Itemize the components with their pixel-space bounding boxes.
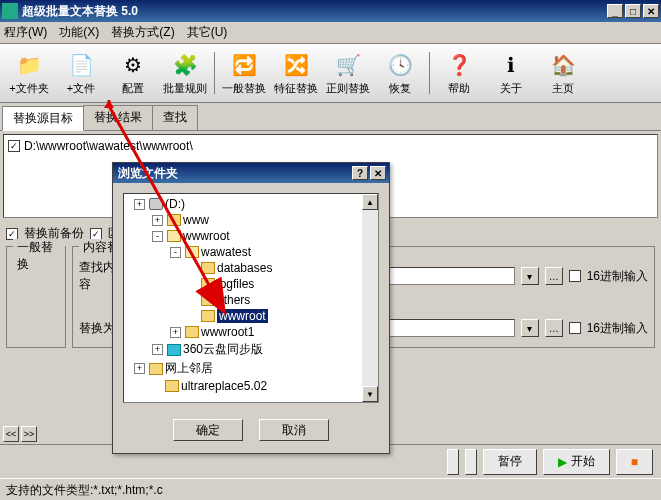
folder-icon [167, 230, 181, 242]
expand-icon[interactable]: + [152, 215, 163, 226]
tree-node[interactable]: + www [130, 212, 376, 228]
toolbar: 📁+文件夹📄+文件⚙配置🧩批量规则🔁一般替换🔀特征替换🛒正则替换🕓恢复❓帮助ℹ关… [0, 44, 661, 103]
tab-2[interactable]: 查找 [152, 105, 198, 130]
folder-tree[interactable]: + (D:)+ www- wwwroot- wawatest databases… [123, 193, 379, 403]
encoding-checkbox[interactable]: ✓ [90, 228, 102, 240]
regex-replace-button[interactable]: 🛒正则替换 [323, 48, 373, 98]
feature-replace-button[interactable]: 🔀特征替换 [271, 48, 321, 98]
folder-icon [149, 363, 163, 375]
progress-handle-2[interactable] [465, 449, 477, 475]
find-hex-label: 16进制输入 [587, 268, 648, 285]
batch-rules-button[interactable]: 🧩批量规则 [160, 48, 210, 98]
config-icon: ⚙ [119, 51, 147, 79]
tree-node[interactable]: + wwwroot1 [130, 324, 376, 340]
tab-0[interactable]: 替换源目标 [2, 106, 84, 131]
feature-replace-icon: 🔀 [282, 51, 310, 79]
find-more-button[interactable]: ▾ [521, 267, 539, 285]
find-hex-checkbox[interactable] [569, 270, 581, 282]
find-browse-button[interactable]: … [545, 267, 563, 285]
browse-folder-dialog: 浏览文件夹 ? ✕ + (D:)+ www- wwwroot- wawatest… [112, 162, 390, 454]
about-button[interactable]: ℹ关于 [486, 48, 536, 98]
tree-node[interactable]: + 360云盘同步版 [130, 340, 376, 359]
tree-label: wwwroot [217, 309, 268, 323]
about-icon: ℹ [497, 51, 525, 79]
tree-label: logfiles [217, 277, 254, 291]
expand-icon[interactable]: + [134, 199, 145, 210]
next-button[interactable]: >> [21, 426, 37, 442]
menu-item[interactable]: 功能(X) [59, 24, 99, 41]
tree-node[interactable]: + (D:) [130, 196, 376, 212]
tree-node[interactable]: logfiles [130, 276, 376, 292]
folder-icon [185, 326, 199, 338]
tree-label: ultrareplace5.02 [181, 379, 267, 393]
stop-button[interactable]: ■ [616, 449, 653, 475]
tree-node[interactable]: wwwroot [130, 308, 376, 324]
replace-more-button[interactable]: ▾ [521, 319, 539, 337]
restore-button[interactable]: 🕓恢复 [375, 48, 425, 98]
dialog-help-button[interactable]: ? [352, 166, 368, 180]
folder-icon [201, 262, 215, 274]
tree-label: others [217, 293, 250, 307]
home-button[interactable]: 🏠主页 [538, 48, 588, 98]
source-path-checkbox[interactable]: ✓ [8, 140, 20, 152]
tree-label: www [183, 213, 209, 227]
config-button[interactable]: ⚙配置 [108, 48, 158, 98]
scroll-up-button[interactable]: ▲ [362, 194, 378, 210]
folder-icon [201, 294, 215, 306]
start-button[interactable]: ▶开始 [543, 449, 610, 475]
folder-icon [185, 246, 199, 258]
tree-node[interactable]: - wwwroot [130, 228, 376, 244]
tree-node[interactable]: databases [130, 260, 376, 276]
tree-scrollbar[interactable]: ▲ ▼ [362, 194, 378, 402]
normal-replace-button[interactable]: 🔁一般替换 [219, 48, 269, 98]
menu-item[interactable]: 程序(W) [4, 24, 47, 41]
tab-1[interactable]: 替换结果 [83, 105, 153, 130]
expand-icon[interactable]: + [152, 344, 163, 355]
tree-node[interactable]: others [130, 292, 376, 308]
maximize-button[interactable]: □ [625, 4, 641, 18]
dialog-close-button[interactable]: ✕ [370, 166, 386, 180]
scroll-down-button[interactable]: ▼ [362, 386, 378, 402]
normal-replace-icon: 🔁 [230, 51, 258, 79]
tree-label: 360云盘同步版 [183, 341, 263, 358]
add-file-button[interactable]: 📄+文件 [56, 48, 106, 98]
expand-icon[interactable]: + [170, 327, 181, 338]
nav-arrows: << >> [3, 426, 37, 442]
expand-icon[interactable]: + [134, 363, 145, 374]
folder-icon [165, 380, 179, 392]
folder-icon [201, 278, 215, 290]
dialog-cancel-button[interactable]: 取消 [259, 419, 329, 441]
menu-item[interactable]: 其它(U) [187, 24, 228, 41]
source-path-item[interactable]: ✓ D:\wwwroot\wawatest\wwwroot\ [8, 139, 653, 153]
batch-rules-icon: 🧩 [171, 51, 199, 79]
tree-label: databases [217, 261, 272, 275]
replace-hex-checkbox[interactable] [569, 322, 581, 334]
minimize-button[interactable]: _ [607, 4, 623, 18]
window-title: 超级批量文本替换 5.0 [22, 3, 607, 20]
source-path-text: D:\wwwroot\wawatest\wwwroot\ [24, 139, 193, 153]
play-icon: ▶ [558, 455, 567, 469]
backup-checkbox[interactable]: ✓ [6, 228, 18, 240]
tree-node[interactable]: + 网上邻居 [130, 359, 376, 378]
expand-icon[interactable]: - [170, 247, 181, 258]
pause-button[interactable]: 暂停 [483, 449, 537, 475]
add-folder-icon: 📁 [15, 51, 43, 79]
tree-node[interactable]: - wawatest [130, 244, 376, 260]
replace-mode-legend: 一般替换 [13, 239, 65, 273]
regex-replace-icon: 🛒 [334, 51, 362, 79]
dialog-ok-button[interactable]: 确定 [173, 419, 243, 441]
replace-browse-button[interactable]: … [545, 319, 563, 337]
prev-button[interactable]: << [3, 426, 19, 442]
menubar: 程序(W)功能(X)替换方式(Z)其它(U) [0, 22, 661, 44]
dialog-title: 浏览文件夹 [116, 165, 350, 182]
restore-icon: 🕓 [386, 51, 414, 79]
menu-item[interactable]: 替换方式(Z) [111, 24, 174, 41]
expand-icon[interactable]: - [152, 231, 163, 242]
tree-label: (D:) [165, 197, 185, 211]
status-text: 支持的文件类型:*.txt;*.htm;*.c [6, 483, 163, 497]
add-folder-button[interactable]: 📁+文件夹 [4, 48, 54, 98]
help-button[interactable]: ❓帮助 [434, 48, 484, 98]
close-button[interactable]: ✕ [643, 4, 659, 18]
tree-node[interactable]: ultrareplace5.02 [130, 378, 376, 394]
progress-handle-1[interactable] [447, 449, 459, 475]
